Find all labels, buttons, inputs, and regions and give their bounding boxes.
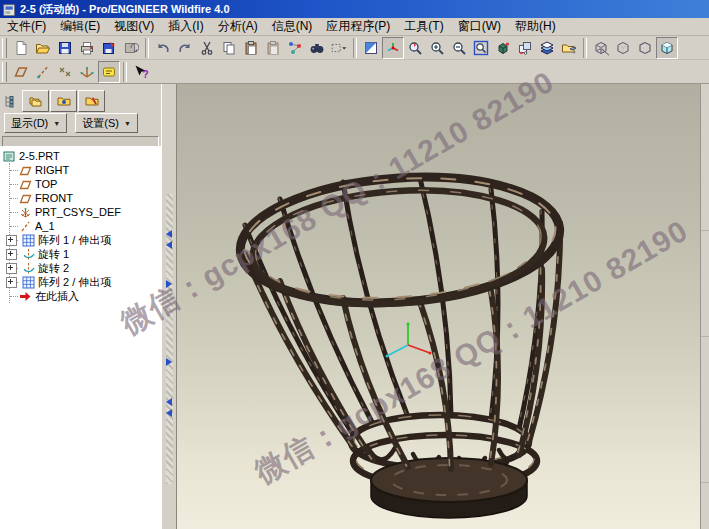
hidden-line-display-button[interactable]	[612, 37, 634, 59]
tab-model-tree[interactable]	[1, 90, 21, 112]
paste-special-button[interactable]	[262, 37, 284, 59]
open-file-button[interactable]	[32, 37, 54, 59]
toolbar-grip[interactable]	[2, 38, 7, 58]
tree-item-top[interactable]: TOP	[3, 177, 161, 191]
tree-item-revolve-1[interactable]: 旋转 1	[3, 247, 161, 261]
model-viewport	[177, 84, 700, 529]
sash-collapse-icon[interactable]	[166, 230, 172, 238]
app-window: 2-5 (活动的) - Pro/ENGINEER Wildfire 4.0 文件…	[0, 0, 709, 529]
tab-folder-browser[interactable]	[50, 90, 77, 112]
regenerate-button[interactable]	[284, 37, 306, 59]
tab-common-folders[interactable]	[22, 90, 49, 112]
navigator-sash[interactable]	[161, 84, 177, 529]
tree-item-pattern-1[interactable]: 阵列 1 / 伸出项	[3, 233, 161, 247]
settings-menu-button[interactable]: 设置(S) ▼	[75, 113, 138, 133]
revolve-icon	[22, 248, 35, 261]
datum-plane-display-button[interactable]	[10, 61, 32, 83]
shaded-display-button[interactable]	[656, 37, 678, 59]
annotation-display-button[interactable]	[98, 61, 120, 83]
tree-item-insert-here[interactable]: 在此插入	[3, 289, 161, 303]
pattern-icon	[22, 276, 35, 289]
saved-views-button[interactable]	[492, 37, 514, 59]
navigator-buttons: 显示(D) ▼ 设置(S) ▼	[0, 112, 161, 134]
titlebar[interactable]: 2-5 (活动的) - Pro/ENGINEER Wildfire 4.0	[0, 0, 709, 18]
no-hidden-display-button[interactable]	[634, 37, 656, 59]
layers-button[interactable]	[536, 37, 558, 59]
expand-icon[interactable]	[6, 249, 17, 260]
toolbar-separator	[353, 38, 357, 58]
expand-icon[interactable]	[6, 263, 17, 274]
csys-icon	[19, 206, 32, 219]
orient-mode-button[interactable]	[404, 37, 426, 59]
toolbar-grip[interactable]	[2, 62, 7, 82]
tree-item-root[interactable]: 2-5.PRT	[3, 149, 161, 163]
menu-item-file[interactable]: 文件(F)	[0, 17, 53, 36]
redo-button[interactable]	[174, 37, 196, 59]
wireframe-display-button[interactable]	[590, 37, 612, 59]
selection-filter-button[interactable]	[328, 37, 350, 59]
menu-item-insert[interactable]: 插入(I)	[161, 17, 210, 36]
menu-item-window[interactable]: 窗口(W)	[451, 17, 508, 36]
sash-collapse-icon[interactable]	[166, 398, 172, 406]
graphics-canvas[interactable]	[177, 84, 700, 529]
toolbar-separator	[123, 62, 127, 82]
csys-display-button[interactable]	[76, 61, 98, 83]
zoom-in-button[interactable]	[426, 37, 448, 59]
tree-item-csys[interactable]: PRT_CSYS_DEF	[3, 205, 161, 219]
menu-item-applications[interactable]: 应用程序(P)	[319, 17, 397, 36]
sash-collapse-icon[interactable]	[166, 409, 172, 417]
revolve-icon	[22, 262, 35, 275]
refit-button[interactable]	[470, 37, 492, 59]
layer-settings-button[interactable]	[558, 37, 580, 59]
toolbar-separator	[145, 38, 149, 58]
axis-icon	[19, 220, 32, 233]
spin-center-marker	[386, 323, 432, 358]
dropdown-caret-icon: ▼	[53, 120, 60, 127]
toolbar-datum-display: ?	[0, 60, 709, 84]
datum-plane-icon	[19, 178, 32, 191]
paste-button[interactable]	[240, 37, 262, 59]
repaint-button[interactable]	[360, 37, 382, 59]
tree-item-front[interactable]: FRONT	[3, 191, 161, 205]
new-file-button[interactable]	[10, 37, 32, 59]
copy-button[interactable]	[218, 37, 240, 59]
save-button[interactable]	[54, 37, 76, 59]
tab-favorites[interactable]	[78, 90, 105, 112]
sash-collapse-icon[interactable]	[166, 241, 172, 249]
undo-button[interactable]	[152, 37, 174, 59]
menu-item-info[interactable]: 信息(N)	[265, 17, 320, 36]
tree-item-revolve-2[interactable]: 旋转 2	[3, 261, 161, 275]
menu-item-help[interactable]: 帮助(H)	[508, 17, 563, 36]
find-button[interactable]	[306, 37, 328, 59]
part-icon	[3, 150, 16, 163]
menu-item-analysis[interactable]: 分析(A)	[211, 17, 265, 36]
sash-expand-icon[interactable]	[166, 358, 172, 366]
show-menu-button[interactable]: 显示(D) ▼	[4, 113, 67, 133]
backup-button[interactable]	[120, 37, 142, 59]
expand-icon[interactable]	[6, 277, 17, 288]
window-right-edge	[700, 84, 709, 529]
view-manager-button[interactable]	[514, 37, 536, 59]
print-button[interactable]	[76, 37, 98, 59]
navigator-panel: 显示(D) ▼ 设置(S) ▼ 2-5.PRT RIGHT	[0, 84, 161, 529]
sash-expand-icon[interactable]	[166, 280, 172, 288]
zoom-out-button[interactable]	[448, 37, 470, 59]
model-tree: 2-5.PRT RIGHT TOP FRONT PRT_CSYS_DEF	[0, 146, 161, 529]
cut-button[interactable]	[196, 37, 218, 59]
toolbar-separator	[583, 38, 587, 58]
datum-axis-display-button[interactable]	[32, 61, 54, 83]
menu-item-tools[interactable]: 工具(T)	[397, 17, 450, 36]
spin-center-button[interactable]	[382, 37, 404, 59]
tree-item-axis[interactable]: A_1	[3, 219, 161, 233]
tree-item-right[interactable]: RIGHT	[3, 163, 161, 177]
save-a-copy-button[interactable]	[98, 37, 120, 59]
expand-icon[interactable]	[6, 235, 17, 246]
tree-item-pattern-2[interactable]: 阵列 2 / 伸出项	[3, 275, 161, 289]
menu-item-edit[interactable]: 编辑(E)	[53, 17, 107, 36]
pattern-icon	[22, 234, 35, 247]
point-display-button[interactable]	[54, 61, 76, 83]
context-help-button[interactable]: ?	[130, 61, 152, 83]
window-title: 2-5 (活动的) - Pro/ENGINEER Wildfire 4.0	[20, 2, 230, 17]
menu-item-view[interactable]: 视图(V)	[107, 17, 161, 36]
basket-model[interactable]	[236, 167, 564, 518]
